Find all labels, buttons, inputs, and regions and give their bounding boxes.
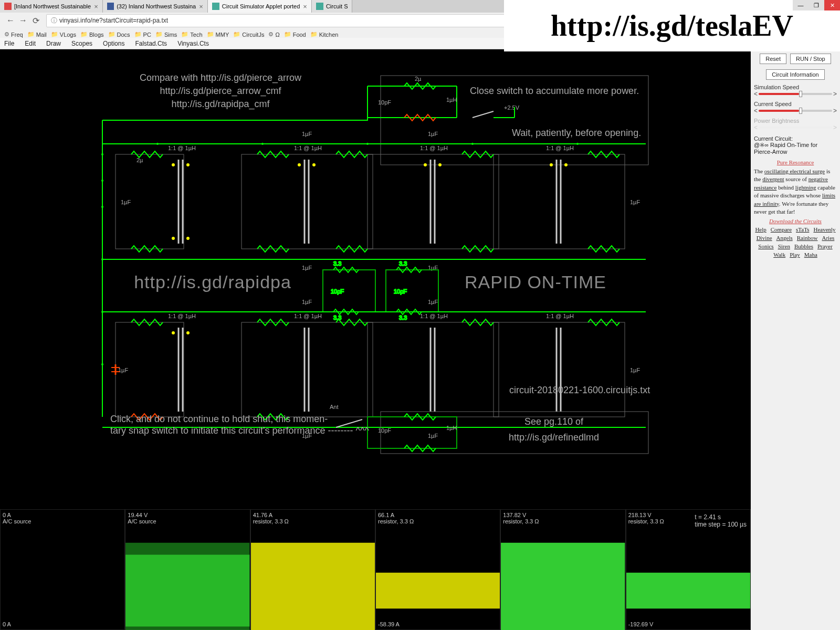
close-icon[interactable]: × (303, 3, 307, 10)
scope-4[interactable]: 137.82 Vresistor, 3.3 Ω -137.75 V (500, 509, 625, 630)
minimize-button[interactable]: — (793, 0, 808, 10)
stats-link[interactable]: sTaTs (796, 226, 809, 233)
scope-1[interactable]: 19.44 VA/C source -22.12 V (125, 509, 250, 630)
svg-point-79 (101, 206, 103, 208)
menu-scopes[interactable]: Scopes (71, 40, 92, 47)
chevron-left-icon[interactable]: < (754, 90, 758, 98)
url-banner-overlay: http://is.gd/teslaEV (504, 0, 840, 51)
bookmark-kitchen[interactable]: 📁Kitchen (310, 31, 339, 38)
bookmark-label: Sims (164, 32, 177, 38)
close-icon[interactable]: × (94, 3, 98, 10)
bubbles-link[interactable]: Bubbles (794, 243, 813, 249)
current-speed-slider[interactable]: < > (754, 107, 837, 114)
scope-name: resistor, 3.3 Ω (503, 518, 539, 524)
bookmark-mmy[interactable]: 📁MMY (207, 31, 229, 38)
svg-text:1µF: 1µF (428, 433, 438, 439)
siren-link[interactable]: Siren (778, 243, 790, 249)
bookmark-freq[interactable]: ⚙Freq (4, 31, 23, 38)
circuit-info-button[interactable]: Circuit Information (766, 69, 824, 80)
click-text-2: tary snap switch to initiate this circui… (110, 425, 369, 436)
main-area: Compare with http://is.gd/pierce_arrow h… (0, 49, 840, 630)
menu-edit[interactable]: Edit (25, 40, 36, 47)
svg-text:1:1 @ 1µH: 1:1 @ 1µH (546, 145, 574, 151)
chevron-right-icon[interactable]: > (833, 90, 837, 98)
url-text: vinyasi.info/ne?startCircuit=rapid-pa.tx… (59, 17, 168, 24)
aries-link[interactable]: Aries (822, 235, 835, 241)
folder-icon: 📁 (134, 31, 142, 38)
menu-options[interactable]: Options (103, 40, 124, 47)
bookmark-food[interactable]: 📁Food (284, 31, 306, 38)
pure-resonance-link[interactable]: Pure Resonance (754, 159, 837, 165)
menu-falstad[interactable]: Falstad.Cts (135, 40, 167, 47)
ind-label: 1µH (446, 97, 457, 103)
bookmark-docs[interactable]: 📁Docs (108, 31, 130, 38)
help-link[interactable]: Help (755, 226, 766, 233)
forward-button[interactable]: → (17, 14, 29, 27)
bookmark-blogs[interactable]: 📁Blogs (80, 31, 104, 38)
tab-circuit-2[interactable]: Circuit S (312, 0, 353, 13)
rainbow-link[interactable]: Rainbow (797, 235, 818, 241)
download-circuits-link[interactable]: Download the Circuits (754, 218, 837, 224)
bookmark-mail[interactable]: 📁Mail (27, 31, 47, 38)
svg-line-1 (472, 111, 494, 118)
sonics-link[interactable]: Sonics (758, 243, 773, 249)
prayer-link[interactable]: Prayer (817, 243, 833, 249)
play-link[interactable]: Play (790, 251, 800, 258)
folder-icon: 📁 (233, 31, 240, 38)
svg-point-31 (298, 163, 301, 166)
angels-link[interactable]: Angels (776, 235, 793, 241)
lightning-link[interactable]: lightning (795, 184, 816, 191)
bookmark-label: VLogs (60, 32, 76, 38)
tab-gmail[interactable]: [Inland Northwest Sustainable× (0, 0, 103, 13)
close-icon[interactable]: × (199, 3, 203, 10)
svg-rect-5 (242, 154, 373, 249)
menu-draw[interactable]: Draw (46, 40, 61, 47)
reload-button[interactable]: ⟳ (29, 14, 42, 27)
svg-text:1µF: 1µF (428, 299, 438, 305)
oscillating-link[interactable]: oscillating electrical surge (764, 168, 825, 174)
walk-link[interactable]: Walk (773, 251, 785, 258)
reset-button[interactable]: Reset (760, 54, 786, 64)
bookmark-pc[interactable]: 📁PC (134, 31, 151, 38)
scope-0[interactable]: 0 AA/C source 0 A (0, 509, 125, 630)
svg-point-81 (101, 311, 103, 313)
divergent-link[interactable]: divergent (762, 176, 784, 182)
bookmark-circuitjs[interactable]: 📁CircuitJs (233, 31, 264, 38)
close-switch-text: Close switch to accumulate more power. (470, 86, 639, 96)
chevron-left-icon[interactable]: < (754, 107, 758, 114)
scope-top-value: 66.1 A (378, 512, 394, 518)
maximize-button[interactable]: ❐ (808, 0, 824, 10)
res-label: 2µ (415, 76, 422, 82)
chevron-right-icon[interactable]: > (833, 107, 837, 114)
svg-rect-7 (494, 154, 625, 249)
compare-link[interactable]: Compare (771, 226, 792, 233)
run-stop-button[interactable]: RUN / Stop (790, 54, 831, 64)
back-button[interactable]: ← (4, 14, 17, 27)
circuit-diagram: Compare with http://is.gd/pierce_arrow h… (0, 49, 751, 511)
svg-point-87 (576, 143, 579, 145)
menu-file[interactable]: File (4, 40, 14, 47)
window-close-button[interactable]: ✕ (824, 0, 840, 10)
sim-speed-slider[interactable]: < > (754, 90, 837, 98)
heavenly-link[interactable]: Heavenly (813, 226, 835, 233)
svg-text:1:1 @ 1µH: 1:1 @ 1µH (420, 145, 448, 151)
window-controls: — ❐ ✕ (793, 0, 840, 10)
divine-link[interactable]: Divine (757, 235, 772, 241)
gear-icon: ⚙ (268, 31, 274, 38)
scope-2[interactable]: 41.76 Aresistor, 3.3 Ω -41.74 A (250, 509, 375, 630)
current-circuit-label: Current Circuit: (754, 135, 837, 142)
bookmark-vlogs[interactable]: 📁VLogs (51, 31, 76, 38)
bookmark-omega[interactable]: ⚙Ω (268, 31, 279, 38)
circuit-canvas[interactable]: Compare with http://is.gd/pierce_arrow h… (0, 49, 751, 630)
folder-icon: 📁 (108, 31, 116, 38)
maha-link[interactable]: Maha (804, 251, 817, 258)
scope-top-value: 137.82 V (503, 512, 526, 518)
scope-name: resistor, 3.3 Ω (378, 518, 414, 524)
scope-3[interactable]: 66.1 Aresistor, 3.3 Ω -58.39 A (375, 509, 500, 630)
bookmark-tech[interactable]: 📁Tech (181, 31, 202, 38)
tab-facebook[interactable]: (32) Inland Northwest Sustaina× (103, 0, 208, 13)
tab-circuit-active[interactable]: Circuit Simulator Applet ported× (208, 0, 312, 13)
svg-text:10pF: 10pF (331, 288, 344, 295)
bookmark-sims[interactable]: 📁Sims (155, 31, 177, 38)
menu-vinyasi[interactable]: Vinyasi.Cts (177, 40, 209, 47)
